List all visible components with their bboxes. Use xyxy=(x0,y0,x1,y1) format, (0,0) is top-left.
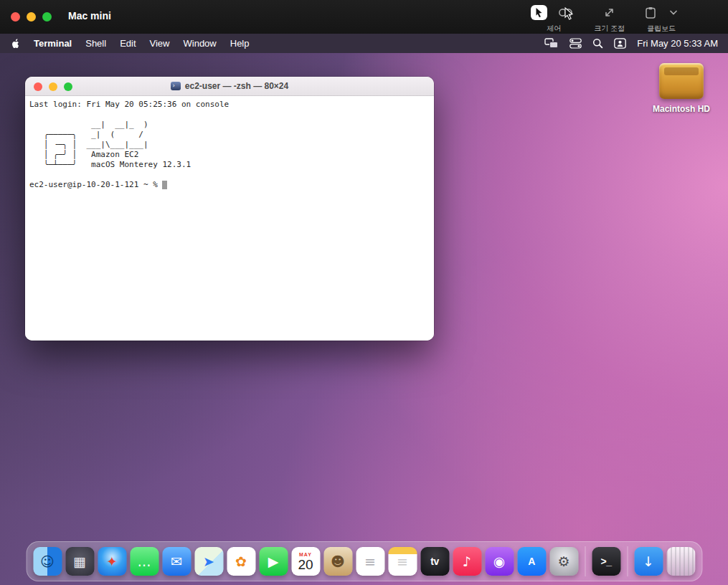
mail-tile: ✉ xyxy=(162,547,191,576)
photos-glyph: ✿ xyxy=(235,555,247,569)
app-store-glyph: A xyxy=(528,556,535,566)
dock-notes-icon[interactable]: ≡ xyxy=(388,547,417,576)
dock-app-store-icon[interactable]: A xyxy=(517,547,546,576)
zoom-button[interactable] xyxy=(42,12,52,22)
calendar-tile: MAY20 xyxy=(291,547,320,576)
mail-glyph: ✉ xyxy=(171,555,182,569)
apple-tv-tile: tv xyxy=(420,547,449,576)
safari-tile: ✦ xyxy=(98,547,126,576)
facetime-glyph: ▶ xyxy=(268,555,279,569)
terminal-glyph: >_ xyxy=(601,556,612,566)
dock-calendar-icon[interactable]: MAY20 xyxy=(291,547,320,576)
observe-icon[interactable] xyxy=(554,5,577,20)
hard-drive-icon xyxy=(659,63,704,99)
desktop-volume-macintosh-hd[interactable]: Macintosh HD xyxy=(649,63,714,114)
facetime-tile: ▶ xyxy=(259,547,288,576)
close-button[interactable] xyxy=(11,12,20,22)
terminal-output: Last login: Fri May 20 05:25:36 on conso… xyxy=(29,100,430,190)
podcasts-glyph: ◉ xyxy=(493,555,506,569)
music-tile: ♪ xyxy=(453,547,481,576)
remote-window-title: Mac mini xyxy=(68,10,111,22)
music-glyph: ♪ xyxy=(463,555,471,569)
dock-finder-icon[interactable]: ☺ xyxy=(33,547,62,576)
control-group: 제어 xyxy=(531,4,577,34)
menu-help[interactable]: Help xyxy=(230,38,250,49)
launchpad-glyph: ▦ xyxy=(73,555,86,569)
volume-label: Macintosh HD xyxy=(649,104,714,114)
pointer-control-icon[interactable] xyxy=(531,5,547,20)
remote-toolbar-controls: 제어 크기 조절 클립보드 xyxy=(531,4,681,34)
minimize-button[interactable] xyxy=(27,12,36,22)
resize-icon[interactable] xyxy=(600,5,618,20)
user-switch-icon[interactable] xyxy=(614,38,626,49)
notes-tile: ≡ xyxy=(388,547,417,576)
downloads-tile: ↓ xyxy=(634,547,663,576)
display-mirroring-icon[interactable] xyxy=(544,38,559,49)
dock-facetime-icon[interactable]: ▶ xyxy=(259,547,288,576)
messages-glyph: … xyxy=(138,555,151,569)
remote-viewer-toolbar: Mac mini 제어 크기 조절 xyxy=(0,0,728,34)
trash-tile xyxy=(666,547,695,576)
terminal-cursor[interactable] xyxy=(162,181,167,189)
terminal-window[interactable]: › ec2-user — -zsh — 80×24 Last login: Fr… xyxy=(25,77,434,341)
menu-bar: Terminal Shell Edit View Window Help Fri… xyxy=(0,34,728,53)
contacts-glyph: ☻ xyxy=(331,555,345,569)
menu-shell[interactable]: Shell xyxy=(85,38,106,49)
clipboard-group: 클립보드 xyxy=(642,4,681,34)
system-preferences-glyph: ⚙ xyxy=(557,555,569,569)
dock-separator xyxy=(585,546,585,576)
dock-mail-icon[interactable]: ✉ xyxy=(162,547,191,576)
resize-group: 크기 조절 xyxy=(594,4,625,34)
dock-apple-tv-icon[interactable]: tv xyxy=(420,547,449,576)
dock-downloads-icon[interactable]: ↓ xyxy=(634,547,663,576)
maps-glyph: ➤ xyxy=(203,555,214,569)
terminal-titlebar[interactable]: › ec2-user — -zsh — 80×24 xyxy=(25,77,434,96)
menu-clock[interactable]: Fri May 20 5:33 AM xyxy=(637,38,718,49)
menu-terminal[interactable]: Terminal xyxy=(34,38,72,49)
calendar-day: 20 xyxy=(298,558,313,571)
launchpad-tile: ▦ xyxy=(65,547,94,576)
reminders-tile: ≡ xyxy=(356,547,384,576)
dock-podcasts-icon[interactable]: ◉ xyxy=(485,547,514,576)
dock-terminal-icon[interactable]: >_ xyxy=(592,547,620,576)
dock-safari-icon[interactable]: ✦ xyxy=(98,547,126,576)
terminal-title: ec2-user — -zsh — 80×24 xyxy=(185,81,288,91)
downloads-glyph: ↓ xyxy=(643,555,654,569)
menu-window[interactable]: Window xyxy=(184,38,217,49)
terminal-body[interactable]: Last login: Fri May 20 05:25:36 on conso… xyxy=(25,96,434,341)
clipboard-icon[interactable] xyxy=(642,4,659,21)
menu-edit[interactable]: Edit xyxy=(120,38,136,49)
maps-tile: ➤ xyxy=(194,547,223,576)
terminal-traffic-lights xyxy=(34,82,72,91)
dock-contacts-icon[interactable]: ☻ xyxy=(323,547,352,576)
dock-launchpad-icon[interactable]: ▦ xyxy=(65,547,94,576)
terminal-tile: >_ xyxy=(592,547,620,576)
system-preferences-tile: ⚙ xyxy=(549,547,578,576)
dock: ☺▦✦…✉➤✿▶MAY20☻≡≡tv♪◉A⚙>_↓ xyxy=(26,541,702,581)
dock-photos-icon[interactable]: ✿ xyxy=(227,547,255,576)
dock-reminders-icon[interactable]: ≡ xyxy=(356,547,384,576)
chevron-down-icon[interactable] xyxy=(666,8,681,17)
finder-glyph: ☺ xyxy=(40,555,55,569)
terminal-mini-icon: › xyxy=(171,82,181,90)
terminal-zoom-button[interactable] xyxy=(64,82,72,91)
dock-trash-icon[interactable] xyxy=(666,547,695,576)
control-center-icon[interactable] xyxy=(569,38,582,49)
clipboard-group-label: 클립보드 xyxy=(647,24,676,34)
menu-view[interactable]: View xyxy=(150,38,170,49)
podcasts-tile: ◉ xyxy=(485,547,514,576)
spotlight-icon[interactable] xyxy=(592,38,603,49)
dock-messages-icon[interactable]: … xyxy=(130,547,159,576)
control-group-label: 제어 xyxy=(547,24,561,34)
terminal-prompt: ec2-user@ip-10-20-1-121 ~ % xyxy=(29,180,162,189)
dock-music-icon[interactable]: ♪ xyxy=(453,547,481,576)
terminal-close-button[interactable] xyxy=(34,82,42,91)
apple-logo-icon[interactable] xyxy=(10,38,20,49)
terminal-minimize-button[interactable] xyxy=(49,82,57,91)
terminal-banner: Last login: Fri May 20 05:25:36 on conso… xyxy=(29,100,229,169)
app-store-tile: A xyxy=(517,547,546,576)
dock-maps-icon[interactable]: ➤ xyxy=(194,547,223,576)
dock-system-preferences-icon[interactable]: ⚙ xyxy=(549,547,578,576)
contacts-tile: ☻ xyxy=(323,547,352,576)
photos-tile: ✿ xyxy=(227,547,255,576)
